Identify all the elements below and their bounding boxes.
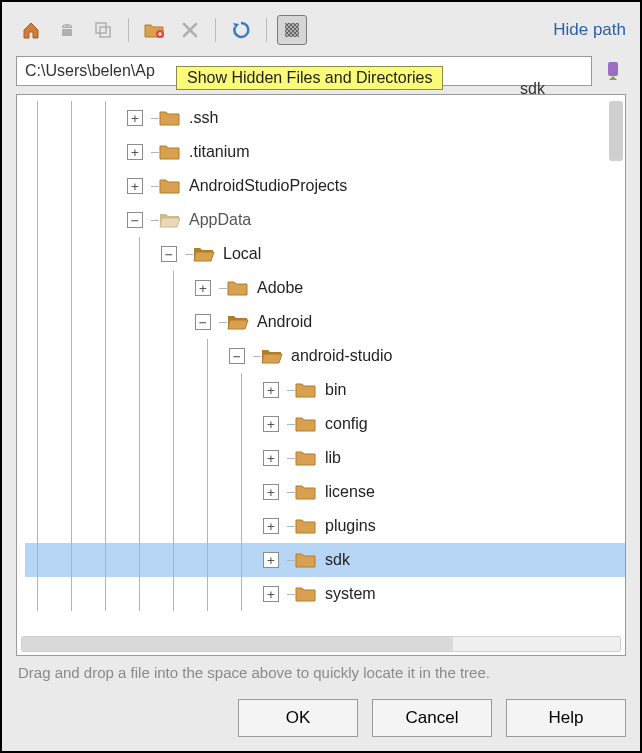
tree-node[interactable]: +.titanium (25, 135, 625, 169)
toolbar: Hide path (16, 12, 626, 48)
home-icon[interactable] (16, 15, 46, 45)
new-folder-icon[interactable] (139, 15, 169, 45)
tree-node-label: android-studio (291, 347, 392, 365)
tree-node-label: Android (257, 313, 312, 331)
folder-icon (227, 279, 249, 297)
folder-icon (295, 415, 317, 433)
folder-icon (159, 143, 181, 161)
folder-icon (295, 551, 317, 569)
tree-node[interactable]: +bin (25, 373, 625, 407)
folder-icon (295, 381, 317, 399)
tooltip: Show Hidden Files and Directories (176, 66, 443, 90)
tree-node-label: bin (325, 381, 346, 399)
tree-node[interactable]: +plugins (25, 509, 625, 543)
history-icon[interactable] (600, 58, 626, 84)
tree-node-label: lib (325, 449, 341, 467)
tree-node[interactable]: +lib (25, 441, 625, 475)
expand-icon[interactable]: + (127, 110, 143, 126)
button-bar: OK Cancel Help (16, 699, 626, 737)
folder-icon (159, 109, 181, 127)
expand-icon[interactable]: + (263, 552, 279, 568)
tree-node[interactable]: −android-studio (25, 339, 625, 373)
tree-node[interactable]: −AppData (25, 203, 625, 237)
folder-icon (261, 347, 283, 365)
tree-view[interactable]: +.ssh+.titanium+AndroidStudioProjects−Ap… (16, 94, 626, 656)
android-icon[interactable] (52, 15, 82, 45)
expand-icon[interactable]: + (195, 280, 211, 296)
svg-rect-3 (100, 27, 110, 37)
expand-icon[interactable]: + (263, 450, 279, 466)
tree-node-label: .titanium (189, 143, 249, 161)
svg-rect-9 (608, 62, 618, 76)
separator (266, 18, 267, 42)
separator (128, 18, 129, 42)
folder-icon (295, 449, 317, 467)
tree-node[interactable]: +config (25, 407, 625, 441)
collapse-icon[interactable]: − (127, 212, 143, 228)
folder-icon (193, 245, 215, 263)
tree-node[interactable]: +.ssh (25, 101, 625, 135)
tree-node[interactable]: +license (25, 475, 625, 509)
tree-node[interactable]: −Local (25, 237, 625, 271)
tree-node-label: sdk (325, 551, 350, 569)
folder-icon (295, 585, 317, 603)
tree-node-label: Adobe (257, 279, 303, 297)
tree-node-label: AndroidStudioProjects (189, 177, 347, 195)
ok-button[interactable]: OK (238, 699, 358, 737)
collapse-icon[interactable]: − (229, 348, 245, 364)
tree-node[interactable]: +AndroidStudioProjects (25, 169, 625, 203)
expand-icon[interactable]: + (263, 586, 279, 602)
svg-point-0 (64, 25, 65, 26)
tree-node[interactable]: +sdk (25, 543, 625, 577)
folder-icon (159, 211, 181, 229)
expand-icon[interactable]: + (263, 484, 279, 500)
tree-node[interactable]: +Adobe (25, 271, 625, 305)
tree-node-label: config (325, 415, 368, 433)
folder-icon (227, 313, 249, 331)
refresh-icon[interactable] (226, 15, 256, 45)
tree-node-label: Local (223, 245, 261, 263)
scrollbar-thumb[interactable] (22, 637, 453, 651)
tree-node-label: system (325, 585, 376, 603)
expand-icon[interactable]: + (263, 416, 279, 432)
tree-node-label: AppData (189, 211, 251, 229)
help-button[interactable]: Help (506, 699, 626, 737)
folder-icon (295, 517, 317, 535)
collapse-icon[interactable]: − (161, 246, 177, 262)
collapse-icon[interactable]: − (195, 314, 211, 330)
show-hidden-icon[interactable] (277, 15, 307, 45)
clone-icon[interactable] (88, 15, 118, 45)
hint-text: Drag and drop a file into the space abov… (18, 664, 624, 681)
separator (215, 18, 216, 42)
cancel-button[interactable]: Cancel (372, 699, 492, 737)
expand-icon[interactable]: + (127, 144, 143, 160)
svg-rect-6 (285, 23, 299, 37)
folder-icon (295, 483, 317, 501)
delete-icon[interactable] (175, 15, 205, 45)
tree-node-label: .ssh (189, 109, 218, 127)
expand-icon[interactable]: + (127, 178, 143, 194)
folder-icon (159, 177, 181, 195)
expand-icon[interactable]: + (263, 382, 279, 398)
tree-node[interactable]: +system (25, 577, 625, 611)
svg-point-1 (68, 25, 69, 26)
tree-node-label: plugins (325, 517, 376, 535)
tree-node[interactable]: −Android (25, 305, 625, 339)
svg-rect-2 (96, 23, 106, 33)
hide-path-link[interactable]: Hide path (553, 20, 626, 40)
tree-node-label: license (325, 483, 375, 501)
expand-icon[interactable]: + (263, 518, 279, 534)
horizontal-scrollbar[interactable] (21, 636, 621, 652)
